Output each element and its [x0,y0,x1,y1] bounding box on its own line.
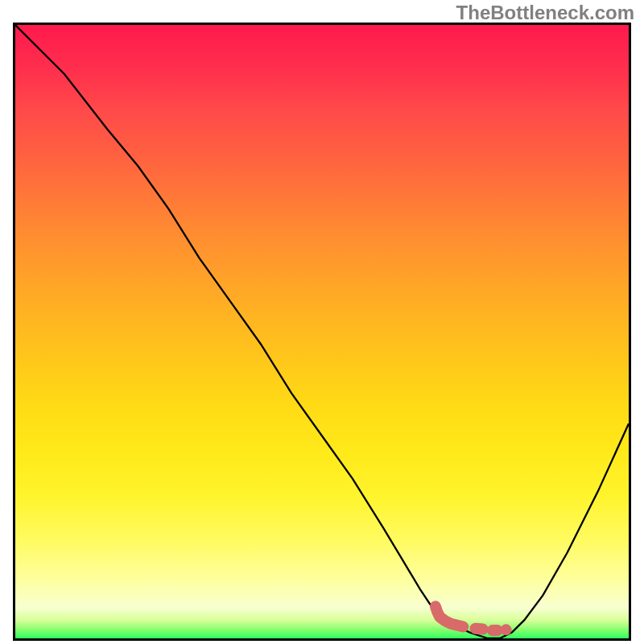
chart-container: TheBottleneck.com [0,0,644,644]
bottleneck-curve [15,25,629,638]
optimal-range-highlight [436,606,506,630]
plot-area [13,23,631,641]
watermark-text: TheBottleneck.com [456,2,634,24]
optimal-segment-dash1 [476,629,483,630]
optimal-segment-thick [436,606,463,626]
chart-svg [15,25,629,638]
